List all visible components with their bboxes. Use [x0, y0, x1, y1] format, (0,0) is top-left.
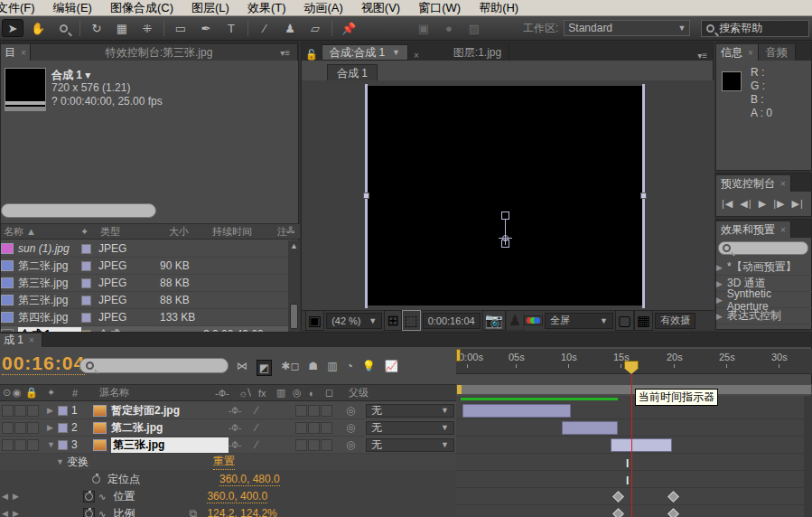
comp-marker[interactable] [456, 349, 461, 362]
parent-dropdown[interactable]: 无▼ [366, 421, 454, 435]
scroll-up-icon[interactable]: ▲ [288, 240, 300, 251]
audio-column-icon[interactable]: ◉ [13, 387, 25, 399]
link-dimensions-icon[interactable]: ⧉ [189, 507, 207, 517]
work-area-bar[interactable] [456, 384, 812, 395]
motion-blur-switch-icon[interactable]: ◎ [293, 387, 309, 399]
table-row[interactable]: 第三张.jpg JPEG 88 KB [1, 275, 288, 292]
label-swatch[interactable] [81, 313, 91, 323]
viewer-timecode[interactable]: 0:00:16:04 [423, 313, 481, 329]
tab-effect-controls[interactable]: 特效控制台:第三张.jpg ▾≡ [31, 44, 298, 61]
menu-composition[interactable]: 图像合成(C) [101, 0, 182, 16]
frame-blend-switch-icon[interactable]: ▥ [276, 387, 293, 399]
menu-file[interactable]: 文件(F) [0, 0, 44, 16]
column-number[interactable]: # [72, 388, 99, 399]
stopwatch-icon[interactable] [83, 508, 95, 517]
panel-menu-icon[interactable]: ▾≡ [697, 51, 713, 61]
layer-row-selected[interactable]: ▼ 3 第三张.jpg -Ф- ∕ ◎ 无▼ [0, 437, 456, 454]
zoom-level-dropdown[interactable]: (42 %)▼ [326, 313, 382, 329]
video-column-icon[interactable]: ⊙ [0, 387, 13, 399]
timeline-track-area[interactable]: I I [456, 396, 812, 517]
transparency-grid-icon[interactable]: ▦ [634, 310, 653, 331]
layer-label-swatch[interactable] [58, 423, 68, 433]
close-icon[interactable]: × [780, 179, 786, 189]
channels-icon[interactable] [524, 315, 543, 325]
tab-audio[interactable]: 音频 [759, 44, 796, 61]
menu-animation[interactable]: 动画(A) [295, 0, 352, 16]
fx-switch-icon[interactable]: fx [258, 388, 276, 399]
parent-pickwhip-icon[interactable]: ◎ [346, 421, 366, 434]
always-preview-icon[interactable]: ▣ [305, 310, 324, 331]
collapse-switch-icon[interactable]: ☼ [231, 388, 246, 399]
column-parent[interactable]: 父级 [349, 386, 369, 400]
close-icon[interactable]: × [748, 48, 753, 58]
layer-left-handle[interactable] [363, 193, 369, 199]
close-icon[interactable]: × [29, 335, 34, 345]
camera-tool-icon[interactable]: ▦ [111, 19, 133, 37]
timeline-search-input[interactable] [79, 358, 229, 373]
adjustment-switch-icon[interactable]: ◐ [309, 388, 325, 399]
graph-editor-icon[interactable]: 📈 [385, 360, 398, 376]
puppet-pin-tool-icon[interactable]: 📌 [338, 19, 359, 37]
brush-tool-icon[interactable]: ∕ [254, 19, 275, 37]
resolution-dropdown[interactable]: 全屏▼ [545, 313, 613, 329]
frame-blend-icon[interactable]: ▥ [327, 360, 337, 376]
column-type[interactable]: 类型 [100, 225, 169, 239]
target-region-icon[interactable]: ▢ [615, 310, 634, 331]
threed-switch-icon[interactable]: ◻ [325, 387, 349, 399]
play-button[interactable]: ▶ [759, 198, 767, 210]
snapshot-camera-icon[interactable]: 📷 [482, 310, 506, 331]
layer-row[interactable]: ▶ 2 第二张.jpg -Ф- ∕ ◎ 无▼ [0, 419, 456, 437]
layer-label-swatch[interactable] [58, 406, 68, 416]
shy-layers-icon[interactable]: ☗ [308, 360, 318, 376]
close-icon[interactable]: × [780, 225, 786, 235]
draft-3d-icon[interactable]: ✱◻ [281, 360, 299, 376]
column-name[interactable]: 名称 ▲ [1, 225, 80, 239]
current-timecode[interactable]: 00:16:04 [2, 352, 85, 375]
hand-tool-icon[interactable]: ✋ [27, 19, 49, 37]
position-row[interactable]: ◀▶ ∿ 位置 360.0, 400.0 [0, 488, 456, 505]
tab-project[interactable]: 目× [1, 44, 31, 61]
menu-effect[interactable]: 效果(T) [238, 0, 295, 16]
menu-view[interactable]: 视图(V) [352, 0, 409, 16]
quality-switch-icon[interactable]: ∖ [246, 387, 258, 399]
text-tool-icon[interactable]: T [220, 19, 242, 37]
brainstorm-icon[interactable]: 💡 [362, 360, 376, 376]
label-swatch[interactable] [81, 278, 91, 288]
zoom-tool-icon[interactable] [52, 19, 74, 37]
viewport[interactable] [302, 80, 714, 310]
last-frame-button[interactable]: ▶| [791, 198, 803, 210]
menu-layer[interactable]: 图层(L) [182, 0, 238, 16]
menu-edit[interactable]: 编辑(E) [44, 0, 101, 16]
layer-right-handle[interactable] [640, 193, 647, 199]
tab-effects-presets[interactable]: 效果和预置× [716, 221, 791, 238]
panel-menu-icon[interactable]: ▾≡ [280, 48, 290, 58]
label-column-icon[interactable]: ✦ [47, 387, 72, 399]
column-size[interactable]: 大小 [169, 225, 212, 239]
pen-tool-icon[interactable]: ✒ [195, 19, 217, 37]
active-camera-dropdown[interactable]: 有效摄 [655, 313, 695, 329]
label-column-icon[interactable]: ✦ [80, 226, 100, 238]
graph-icon[interactable]: ∿ [98, 509, 106, 517]
help-search-input[interactable]: 搜索帮助 [701, 20, 809, 37]
live-update-icon[interactable]: ◩ [257, 360, 272, 376]
canvas[interactable] [366, 86, 644, 306]
label-swatch[interactable] [81, 261, 91, 271]
project-filter-input[interactable] [1, 203, 156, 218]
table-row[interactable]: 第四张.jpg JPEG 133 KB [1, 309, 288, 326]
shy-switch-icon[interactable]: -Ф- [215, 388, 231, 399]
parent-pickwhip-icon[interactable]: ◎ [346, 404, 366, 417]
close-icon[interactable]: × [21, 48, 26, 58]
scale-row[interactable]: ◀▶ ∿ 比例 ⧉ 124.2, 124.2% [0, 505, 456, 517]
region-of-interest-icon[interactable]: ⬚ [402, 310, 421, 331]
column-source-name[interactable]: 源名称 [99, 386, 215, 400]
first-frame-button[interactable]: |◀ [722, 198, 733, 210]
prev-frame-button[interactable]: ◀| [740, 198, 751, 210]
graph-icon[interactable]: ∿ [98, 492, 106, 502]
position-keyframe-box[interactable] [501, 212, 509, 220]
motion-blur-icon[interactable]: ◔ [346, 360, 352, 376]
flowchart-icon[interactable]: 🖧 [286, 225, 295, 235]
table-row[interactable]: sun (1).jpg JPEG [1, 240, 288, 258]
workspace-dropdown[interactable]: Standard▼ [564, 20, 690, 36]
layer-label-swatch[interactable] [58, 440, 68, 450]
parent-pickwhip-icon[interactable]: ◎ [346, 438, 366, 451]
